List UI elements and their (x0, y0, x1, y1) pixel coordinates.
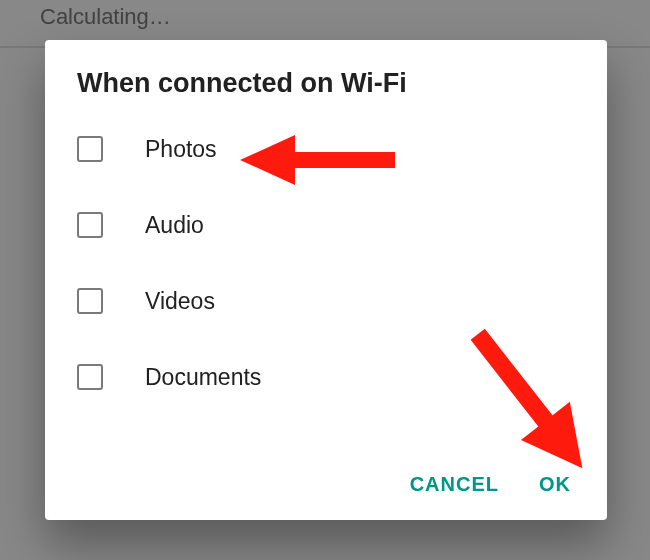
checkbox-icon (77, 288, 103, 314)
option-audio[interactable]: Audio (77, 187, 575, 263)
checkbox-icon (77, 136, 103, 162)
option-documents[interactable]: Documents (77, 339, 575, 415)
option-photos[interactable]: Photos (77, 111, 575, 187)
option-label: Documents (145, 364, 261, 391)
checkbox-icon (77, 212, 103, 238)
option-label: Audio (145, 212, 204, 239)
option-label: Photos (145, 136, 217, 163)
dialog-title: When connected on Wi-Fi (45, 68, 607, 111)
dialog-actions: CANCEL OK (45, 457, 607, 508)
cancel-button[interactable]: CANCEL (410, 473, 499, 496)
option-label: Videos (145, 288, 215, 315)
checkbox-icon (77, 364, 103, 390)
wifi-media-autodownload-dialog: When connected on Wi-Fi Photos Audio Vid… (45, 40, 607, 520)
option-videos[interactable]: Videos (77, 263, 575, 339)
ok-button[interactable]: OK (539, 473, 571, 496)
option-list: Photos Audio Videos Documents (45, 111, 607, 457)
